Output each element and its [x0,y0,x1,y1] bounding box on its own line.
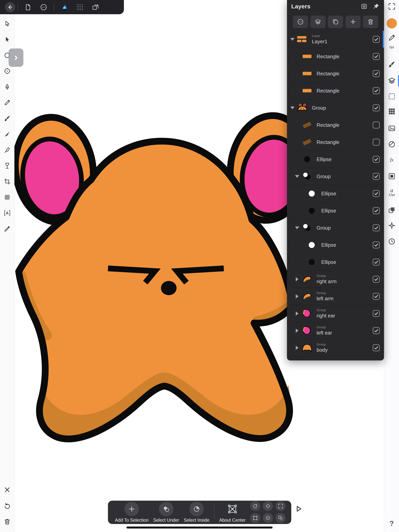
layer-stack-button[interactable] [310,16,326,28]
layer-row[interactable]: Group [287,99,384,116]
history-studio-button[interactable] [384,235,399,248]
pin-panel-button[interactable] [373,3,380,10]
layer-row[interactable]: Ellipse [287,185,384,202]
rotate-button[interactable] [250,501,260,511]
node-tool[interactable] [0,32,14,47]
swatches-studio-button[interactable] [384,105,399,118]
layer-row[interactable]: Rectangle [287,48,384,65]
layer-visibility-checkbox[interactable] [373,190,380,197]
layer-row[interactable]: Groupright arm [287,271,384,288]
layer-row[interactable]: Groupbody [287,339,384,356]
layer-visibility-checkbox[interactable] [373,276,380,283]
text-studio-button[interactable]: a [384,184,399,197]
fill-tool[interactable] [0,158,14,173]
stock-studio-button[interactable] [384,138,399,151]
marker-tool[interactable] [0,142,14,158]
cancel-button[interactable] [4,486,11,494]
scale-button[interactable] [276,501,286,511]
move-tool[interactable] [0,16,14,32]
disclosure-right-icon[interactable] [294,294,301,298]
disclosure-down-icon[interactable] [289,38,296,41]
layer-visibility-checkbox[interactable] [373,293,380,300]
layer-visibility-checkbox[interactable] [373,121,380,128]
target-button[interactable] [263,501,273,511]
layer-visibility-checkbox[interactable] [373,104,380,111]
crop-tool[interactable] [0,173,14,189]
home-indicator[interactable] [126,526,273,528]
play-button[interactable] [294,504,303,513]
layer-row[interactable]: Group [287,168,384,185]
tools-drawer-handle[interactable]: › [9,49,23,67]
affinity-designer-logo[interactable] [60,3,68,11]
disclosure-down-icon[interactable] [294,227,301,229]
arrange-studio-button[interactable] [384,204,399,216]
disclosure-right-icon[interactable] [294,346,301,350]
layer-row[interactable]: Groupleft arm [287,288,384,305]
disclosure-down-icon[interactable] [294,175,301,178]
transform-studio-button[interactable] [384,0,399,13]
disclosure-right-icon[interactable] [294,277,301,281]
fx-studio-button[interactable]: fx [384,154,399,166]
disclosure-right-icon[interactable] [294,311,301,316]
layer-row[interactable]: Groupleft ear [287,322,384,339]
center-point-button[interactable] [263,513,273,523]
undo-button[interactable] [4,502,11,509]
about-center-button[interactable]: About Center [217,502,248,523]
vector-brush-tool[interactable] [0,126,14,142]
layer-row[interactable]: Groupright ear [287,305,384,322]
snapping-studio-button[interactable] [384,219,399,232]
layer-duplicate-button[interactable] [328,16,343,28]
pencil-tool[interactable] [0,95,14,110]
text-tool[interactable]: A [0,205,14,221]
layer-visibility-checkbox[interactable] [373,173,380,180]
layer-visibility-checkbox[interactable] [373,53,380,60]
select-inside-button[interactable]: Select Inside [181,502,212,523]
media-studio-button[interactable] [384,122,399,134]
selection-studio-button[interactable] [384,90,399,103]
layer-row[interactable]: Group [287,219,384,236]
layer-visibility-checkbox[interactable] [373,344,380,351]
add-to-selection-button[interactable]: Add To Selection [113,502,151,523]
layer-more-button[interactable] [293,16,308,28]
document-button[interactable] [24,3,32,11]
layer-row[interactable]: Rectangle [287,82,384,99]
frame-studio-button[interactable] [384,170,399,183]
artboard-button[interactable] [91,3,99,11]
layer-row[interactable]: Rectangle [287,116,384,133]
pen-tool[interactable] [0,79,14,95]
layer-row[interactable]: Ellipse [287,253,384,271]
select-under-button[interactable]: Select Under [151,502,181,523]
delete-layer-button[interactable] [363,16,378,28]
layers-studio-button[interactable] [384,75,399,87]
layer-row[interactable]: Ellipse [287,202,384,219]
layer-visibility-checkbox[interactable] [373,36,380,43]
transform-duplicate-button[interactable] [276,513,286,523]
layer-visibility-checkbox[interactable] [373,139,380,146]
layer-row[interactable]: LayerLayer1 [287,31,384,48]
layer-visibility-checkbox[interactable] [373,70,380,77]
brush-studio-button[interactable] [384,58,399,70]
layer-row[interactable]: Rectangle [287,65,384,82]
layer-row[interactable]: Ellipse [287,151,384,168]
layer-visibility-checkbox[interactable] [373,310,380,317]
layer-options-button[interactable] [361,3,368,10]
add-layer-button[interactable] [345,16,361,28]
swatch-tool[interactable] [0,189,14,205]
layer-row[interactable]: Ellipse [287,236,384,253]
layer-visibility-checkbox[interactable] [373,327,380,334]
layer-visibility-checkbox[interactable] [373,241,380,248]
layer-visibility-checkbox[interactable] [373,224,380,231]
layer-visibility-checkbox[interactable] [373,156,380,163]
paint-brush-tool[interactable] [0,110,14,126]
delete-button[interactable] [4,518,11,525]
disclosure-right-icon[interactable] [294,329,301,333]
layer-visibility-checkbox[interactable] [373,259,380,266]
more-options-button[interactable] [40,3,48,11]
disclosure-down-icon[interactable] [289,107,296,109]
snapping-grid-button[interactable] [76,3,84,11]
back-button[interactable] [5,2,15,12]
color-swatch[interactable] [384,17,399,30]
stroke-studio-button[interactable] [384,32,399,44]
help-button[interactable]: ? [384,519,399,528]
bounds-button[interactable] [250,513,260,523]
